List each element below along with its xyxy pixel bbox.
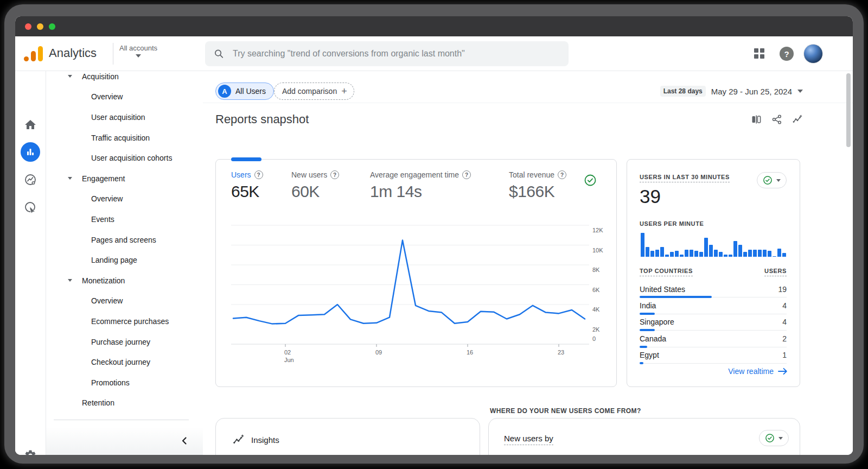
- nav-item-ecommerce-purchases[interactable]: Ecommerce purchases: [46, 311, 203, 332]
- metric-total-revenue[interactable]: Total revenue?$166K: [509, 170, 566, 201]
- chevron-down-icon: [797, 90, 803, 93]
- nav-item-user-acquisition[interactable]: User acquisition: [46, 107, 203, 128]
- nav-item-purchase-journey[interactable]: Purchase journey: [46, 332, 203, 352]
- report-actions: [751, 114, 803, 125]
- x-tick-02jun: 02Jun: [284, 348, 294, 364]
- users-per-minute-label: USERS PER MINUTE: [640, 220, 704, 227]
- all-users-segment-chip[interactable]: A All Users: [215, 83, 274, 100]
- nav-item-overview[interactable]: Overview: [46, 87, 203, 107]
- chevron-down-icon[interactable]: [68, 177, 72, 180]
- view-realtime-label: View realtime: [728, 367, 774, 376]
- nav-item-label: Overview: [91, 194, 123, 203]
- minute-bar-23: [753, 250, 757, 257]
- macos-titlebar: [15, 16, 853, 36]
- minute-bar-0: [641, 233, 644, 257]
- nav-item-retention[interactable]: Retention: [46, 393, 203, 414]
- help-icon[interactable]: ?: [780, 47, 794, 61]
- icon-rail: [15, 71, 46, 455]
- arrow-right-icon: [778, 367, 788, 375]
- advertising-icon[interactable]: [24, 201, 37, 214]
- global-search[interactable]: [205, 41, 569, 66]
- nav-item-promotions[interactable]: Promotions: [46, 372, 203, 393]
- metric-average-engagement-time[interactable]: Average engagement time?1m 14s: [370, 170, 471, 201]
- insights-header: Insights: [233, 434, 279, 446]
- nav-item-label: Checkout journey: [91, 358, 150, 366]
- view-realtime-link[interactable]: View realtime: [728, 367, 788, 376]
- green-check-icon[interactable]: [584, 174, 597, 187]
- users-per-minute-chart[interactable]: [641, 233, 787, 257]
- nav-item-events[interactable]: Events: [46, 209, 203, 230]
- page-title: Reports snapshot: [215, 112, 309, 126]
- nav-item-monetization[interactable]: Monetization: [46, 270, 203, 291]
- nav-item-checkout-journey[interactable]: Checkout journey: [46, 352, 203, 372]
- nav-item-user-acquisition-cohorts[interactable]: User acquisition cohorts: [46, 148, 203, 168]
- x-tick-16: 16: [467, 348, 473, 356]
- compare-report-icon[interactable]: [751, 114, 762, 125]
- user-avatar[interactable]: [803, 44, 823, 64]
- country-row-egypt[interactable]: Egypt1: [640, 347, 787, 364]
- chevron-down-icon[interactable]: [68, 279, 72, 282]
- minimize-window-button[interactable]: [37, 23, 43, 30]
- vertical-scrollbar[interactable]: [846, 73, 851, 147]
- insights-card: Insights: [215, 418, 480, 455]
- green-check-icon: [763, 175, 773, 185]
- x-tick-23: 23: [558, 348, 564, 356]
- nav-item-pages-and-screens[interactable]: Pages and screens: [46, 230, 203, 250]
- nav-item-label: User acquisition cohorts: [91, 154, 172, 162]
- new-users-by-dimension-selector[interactable]: New users by: [504, 434, 553, 445]
- country-row-united-states[interactable]: United States19: [640, 281, 787, 297]
- share-icon[interactable]: [771, 114, 782, 125]
- chevron-down-icon[interactable]: [68, 75, 72, 78]
- metric-users[interactable]: Users?65K: [231, 170, 263, 201]
- y-tick-0: 0: [592, 335, 607, 342]
- insights-sparkle-icon: [233, 434, 245, 446]
- top-countries-header: TOP COUNTRIES USERS: [640, 268, 787, 276]
- segment-avatar: A: [218, 85, 231, 98]
- date-preset-badge: Last 28 days: [660, 86, 706, 97]
- metric-value: 65K: [231, 182, 263, 201]
- new-users-status-dropdown[interactable]: [759, 430, 789, 446]
- nav-item-acquisition[interactable]: Acquisition: [46, 71, 203, 87]
- nav-item-landing-page[interactable]: Landing page: [46, 250, 203, 270]
- help-circle-icon[interactable]: ?: [462, 170, 471, 179]
- nav-item-label: Engagement: [82, 174, 125, 183]
- nav-item-label: Events: [91, 215, 114, 224]
- metric-new-users[interactable]: New users?60K: [291, 170, 339, 201]
- nav-list: AcquisitionOverviewUser acquisitionTraff…: [46, 71, 203, 413]
- google-analytics-logo-icon[interactable]: [24, 45, 43, 63]
- country-row-singapore[interactable]: Singapore4: [640, 314, 787, 331]
- nav-item-traffic-acquisition[interactable]: Traffic acquisition: [46, 128, 203, 148]
- chevron-down-icon: [136, 54, 141, 58]
- zoom-window-button[interactable]: [49, 23, 55, 30]
- nav-item-overview[interactable]: Overview: [46, 291, 203, 312]
- nav-item-overview[interactable]: Overview: [46, 189, 203, 210]
- account-selector-label: All accounts: [119, 44, 157, 52]
- insights-title: Insights: [251, 435, 279, 445]
- reports-icon-active[interactable]: [21, 142, 40, 162]
- collapse-nav-chevron-left-icon[interactable]: [179, 435, 190, 446]
- insights-icon[interactable]: [792, 114, 803, 125]
- minute-bar-6: [670, 252, 674, 257]
- explore-icon[interactable]: [24, 173, 37, 186]
- product-name: Analytics: [49, 46, 97, 60]
- country-row-india[interactable]: India4: [640, 297, 787, 314]
- date-range-picker[interactable]: Last 28 days May 29 - Jun 25, 2024: [660, 86, 803, 97]
- nav-item-engagement[interactable]: Engagement: [46, 168, 203, 189]
- help-circle-icon[interactable]: ?: [254, 170, 263, 179]
- add-comparison-button[interactable]: Add comparison +: [274, 83, 354, 100]
- realtime-status-dropdown[interactable]: [757, 172, 787, 188]
- close-window-button[interactable]: [25, 23, 31, 30]
- help-circle-icon[interactable]: ?: [330, 170, 339, 179]
- nav-item-label: Overview: [91, 296, 123, 305]
- users-line-chart[interactable]: [231, 214, 589, 350]
- help-circle-icon[interactable]: ?: [558, 170, 566, 179]
- home-icon[interactable]: [24, 118, 37, 131]
- country-row-canada[interactable]: Canada2: [640, 331, 787, 347]
- search-input[interactable]: [232, 48, 560, 59]
- nav-item-label: User acquisition: [91, 113, 145, 122]
- apps-grid-icon[interactable]: [754, 48, 764, 58]
- account-selector[interactable]: All accounts: [119, 44, 157, 58]
- chevron-down-icon: [776, 179, 781, 182]
- minute-bar-21: [743, 252, 747, 257]
- admin-gear-icon[interactable]: [24, 449, 37, 455]
